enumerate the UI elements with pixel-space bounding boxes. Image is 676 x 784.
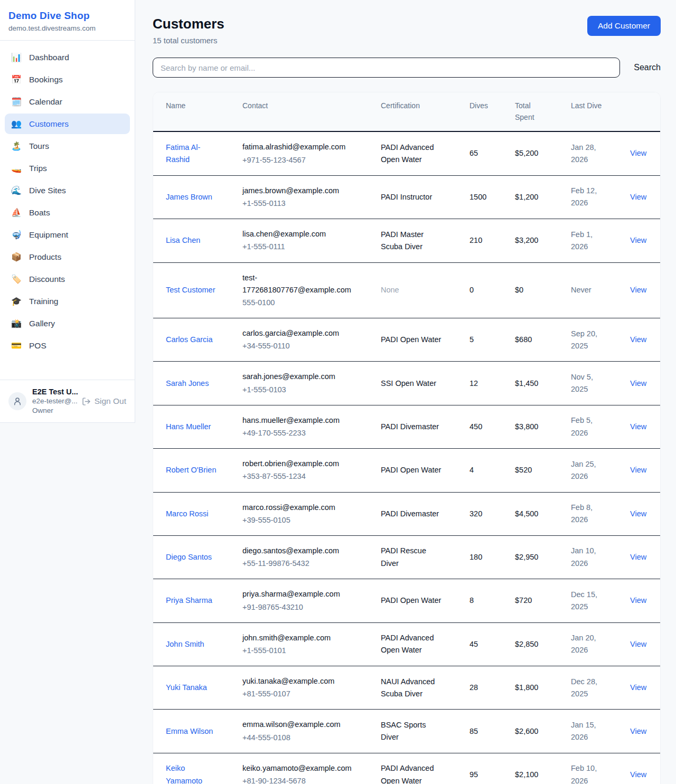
- customer-certification: PADI Divemaster: [381, 508, 442, 520]
- sign-out-button[interactable]: Sign Out: [82, 396, 126, 406]
- table-row: John Smith john.smith@example.com +1-555…: [153, 622, 661, 666]
- customer-dives: 0: [470, 284, 493, 296]
- sidebar-item-bookings[interactable]: 📅 Bookings: [5, 69, 130, 90]
- customer-name-link[interactable]: Sarah Jones: [166, 377, 220, 390]
- tours-icon: 🏝️: [11, 141, 22, 151]
- sidebar-item-pos[interactable]: 💳 POS: [5, 335, 130, 356]
- sidebar-item-equipment[interactable]: 🤿 Equipment: [5, 224, 130, 245]
- avatar: [8, 392, 26, 410]
- sign-out-label: Sign Out: [95, 396, 126, 406]
- add-customer-button[interactable]: Add Customer: [587, 16, 661, 36]
- customer-email: keiko.yamamoto@example.com: [242, 762, 354, 774]
- table-header-row: NameContactCertificationDivesTotal Spent…: [153, 92, 661, 131]
- user-email: e2e-tester@...: [32, 397, 76, 406]
- customer-name-link[interactable]: Marco Rossi: [166, 508, 220, 520]
- customer-name-link[interactable]: Diego Santos: [166, 551, 220, 563]
- view-link[interactable]: View: [630, 769, 652, 781]
- customer-phone: +1-555-0113: [242, 197, 359, 210]
- view-link[interactable]: View: [630, 638, 652, 650]
- customer-phone: 555-0100: [242, 297, 359, 309]
- customer-name-link[interactable]: Keiko Yamamoto: [166, 762, 220, 784]
- dashboard-icon: 📊: [11, 52, 22, 62]
- customer-phone: +44-555-0108: [242, 732, 359, 744]
- customer-name-link[interactable]: Priya Sharma: [166, 594, 220, 607]
- table-row: Priya Sharma priya.sharma@example.com +9…: [153, 579, 661, 622]
- customers-table: NameContactCertificationDivesTotal Spent…: [153, 92, 661, 784]
- table-row: Sarah Jones sarah.jones@example.com +1-5…: [153, 362, 661, 405]
- sidebar-item-customers[interactable]: 👥 Customers: [5, 114, 130, 134]
- customer-name-link[interactable]: Fatima Al-Rashid: [166, 141, 220, 166]
- customer-dives: 210: [470, 234, 493, 247]
- customer-email: emma.wilson@example.com: [242, 719, 354, 731]
- customer-name-link[interactable]: Yuki Tanaka: [166, 682, 220, 694]
- view-link[interactable]: View: [630, 551, 652, 563]
- customer-name-link[interactable]: Hans Mueller: [166, 421, 220, 433]
- customer-name-link[interactable]: Carlos Garcia: [166, 334, 220, 346]
- page-title: Customers: [153, 16, 224, 32]
- search-button[interactable]: Search: [620, 63, 661, 72]
- customer-dives: 65: [470, 147, 493, 159]
- sidebar-item-discounts[interactable]: 🏷️ Discounts: [5, 269, 130, 289]
- customer-dives: 5: [470, 334, 493, 346]
- sidebar-item-dive-sites[interactable]: 🌊 Dive Sites: [5, 180, 130, 201]
- customer-certification: None: [381, 284, 442, 296]
- customer-dives: 45: [470, 638, 493, 650]
- sidebar-item-tours[interactable]: 🏝️ Tours: [5, 136, 130, 156]
- view-link[interactable]: View: [630, 725, 652, 738]
- customer-certification: PADI Open Water: [381, 464, 442, 476]
- table-row: Diego Santos diego.santos@example.com +5…: [153, 535, 661, 579]
- customer-total-spent: $720: [515, 594, 549, 607]
- table-row: Fatima Al-Rashid fatima.alrashid@example…: [153, 131, 661, 175]
- column-header: Name: [153, 92, 230, 131]
- customer-dives: 450: [470, 421, 493, 433]
- column-header: [617, 92, 661, 131]
- table-row: Marco Rossi marco.rossi@example.com +39-…: [153, 492, 661, 535]
- customer-email: fatima.alrashid@example.com: [242, 141, 354, 153]
- customer-email: diego.santos@example.com: [242, 545, 354, 557]
- customer-name-link[interactable]: Emma Wilson: [166, 725, 220, 738]
- sidebar-item-products[interactable]: 📦 Products: [5, 247, 130, 267]
- sidebar-item-calendar[interactable]: 🗓️ Calendar: [5, 91, 130, 112]
- customer-email: yuki.tanaka@example.com: [242, 675, 354, 687]
- view-link[interactable]: View: [630, 682, 652, 694]
- customer-dives: 95: [470, 769, 493, 781]
- customer-name-link[interactable]: Test Customer: [166, 284, 220, 296]
- user-section: E2E Test U... e2e-tester@... Owner Sign …: [0, 380, 135, 422]
- person-icon: [13, 396, 22, 406]
- customer-certification: PADI Advanced Open Water: [381, 141, 442, 166]
- view-link[interactable]: View: [630, 284, 652, 296]
- sidebar-item-training[interactable]: 🎓 Training: [5, 291, 130, 311]
- sidebar-item-dashboard[interactable]: 📊 Dashboard: [5, 47, 130, 68]
- page-header: Customers 15 total customers Add Custome…: [153, 16, 661, 45]
- view-link[interactable]: View: [630, 147, 652, 159]
- customer-last-dive: Dec 28, 2025: [571, 676, 604, 700]
- boats-icon: ⛵: [11, 207, 22, 218]
- view-link[interactable]: View: [630, 508, 652, 520]
- view-link[interactable]: View: [630, 377, 652, 390]
- customer-total-spent: $520: [515, 464, 549, 476]
- sidebar-item-gallery[interactable]: 📸 Gallery: [5, 313, 130, 334]
- customer-name-link[interactable]: John Smith: [166, 638, 220, 650]
- view-link[interactable]: View: [630, 594, 652, 607]
- search-input[interactable]: [153, 58, 620, 78]
- customer-email: test-1772681807767@example.com: [242, 272, 354, 296]
- sidebar-item-boats[interactable]: ⛵ Boats: [5, 202, 130, 223]
- customer-name-link[interactable]: James Brown: [166, 191, 220, 203]
- customer-certification: PADI Master Scuba Diver: [381, 229, 442, 253]
- sidebar-item-trips[interactable]: 🚤 Trips: [5, 158, 130, 178]
- user-role: Owner: [32, 407, 76, 415]
- view-link[interactable]: View: [630, 334, 652, 346]
- user-name: E2E Test U...: [32, 387, 76, 396]
- customer-phone: +353-87-555-1234: [242, 470, 359, 483]
- view-link[interactable]: View: [630, 234, 652, 247]
- customer-email: james.brown@example.com: [242, 185, 354, 197]
- customer-name-link[interactable]: Robert O'Brien: [166, 464, 220, 476]
- table-row: Yuki Tanaka yuki.tanaka@example.com +81-…: [153, 666, 661, 710]
- view-link[interactable]: View: [630, 421, 652, 433]
- view-link[interactable]: View: [630, 464, 652, 476]
- customer-name-link[interactable]: Lisa Chen: [166, 234, 220, 247]
- customer-total-spent: $2,850: [515, 638, 549, 650]
- table-row: James Brown james.brown@example.com +1-5…: [153, 175, 661, 219]
- view-link[interactable]: View: [630, 191, 652, 203]
- pos-icon: 💳: [11, 341, 22, 351]
